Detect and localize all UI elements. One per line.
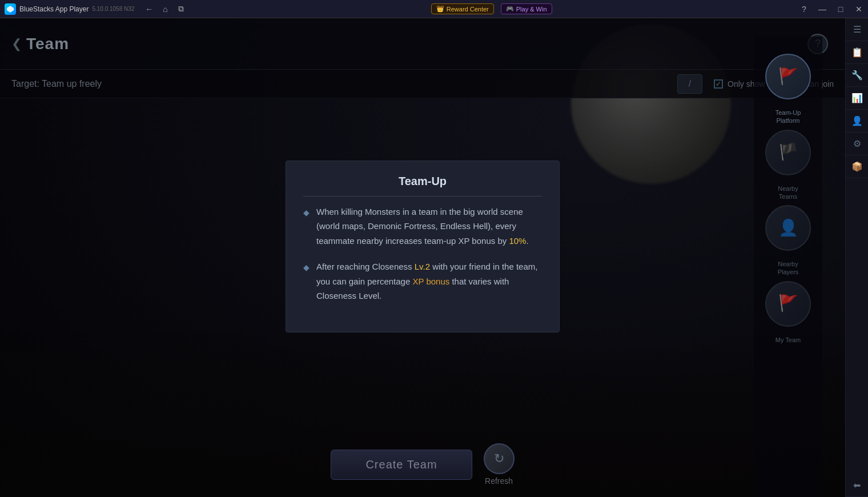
bullet-diamond-1: ◆ [303,206,310,248]
svg-marker-0 [7,6,14,13]
bullet-item-2: ◆ After reaching Closeness Lv.2 with you… [303,259,542,303]
reward-icon: 👑 [436,5,444,13]
highlight-lv2: Lv.2 [415,262,430,271]
nav-home-button[interactable]: ⌂ [158,2,172,16]
right-sidebar: ☰ 📋 🔧 📊 👤 ⚙ 📦 ⬅ [845,18,868,497]
play-win-label: Play & Win [516,6,547,13]
play-win-icon: 🎮 [506,5,514,13]
maximize-button[interactable]: □ [831,0,850,18]
app-version: 5.10.0.1058 N32 [92,6,134,12]
modal-title: Team-Up [303,175,542,197]
nav-copy-button[interactable]: ⧉ [174,2,188,16]
teamup-modal: Team-Up ◆ When killing Monsters in a tea… [286,161,560,332]
bullet-text-1: When killing Monsters in a team in the b… [316,205,542,248]
titlebar-right: ? — □ ✕ [795,0,868,18]
game-area: ❮ Team ? Target: Team up freely / ✓ Only… [0,18,845,497]
help-button[interactable]: ? [795,0,813,18]
bullet-item-1: ◆ When killing Monsters in a team in the… [303,205,542,248]
bullet-diamond-2: ◆ [303,261,310,303]
titlebar: BlueStacks App Player 5.10.0.1058 N32 ← … [0,0,868,18]
sidebar-btn-3[interactable]: 🔧 [846,64,869,87]
titlebar-center: 👑 Reward Center 🎮 Play & Win [431,3,552,14]
sidebar-collapse-button[interactable]: ⬅ [846,474,869,497]
reward-center-label: Reward Center [447,6,489,13]
close-button[interactable]: ✕ [850,0,868,18]
sidebar-btn-1[interactable]: ☰ [846,18,869,41]
bullet-text-2: After reaching Closeness Lv.2 with your … [316,259,542,303]
sidebar-btn-5[interactable]: 👤 [846,110,869,133]
minimize-button[interactable]: — [813,0,831,18]
titlebar-nav: ← ⌂ ⧉ [142,2,188,16]
sidebar-btn-7[interactable]: 📦 [846,155,869,178]
bluestacks-logo [5,3,16,15]
reward-center-button[interactable]: 👑 Reward Center [431,3,494,14]
modal-content: ◆ When killing Monsters in a team in the… [303,205,542,303]
highlight-10pct: 10% [509,236,526,246]
play-win-button[interactable]: 🎮 Play & Win [501,3,552,14]
sidebar-btn-4[interactable]: 📊 [846,87,869,110]
app-name: BlueStacks App Player [19,5,89,13]
highlight-xp-bonus: XP bonus [412,276,449,286]
sidebar-btn-6[interactable]: ⚙ [846,133,869,155]
modal-overlay: Team-Up ◆ When killing Monsters in a tea… [0,18,845,497]
titlebar-left: BlueStacks App Player 5.10.0.1058 N32 ← … [0,2,188,16]
nav-back-button[interactable]: ← [142,2,156,16]
sidebar-btn-2[interactable]: 📋 [846,41,869,64]
